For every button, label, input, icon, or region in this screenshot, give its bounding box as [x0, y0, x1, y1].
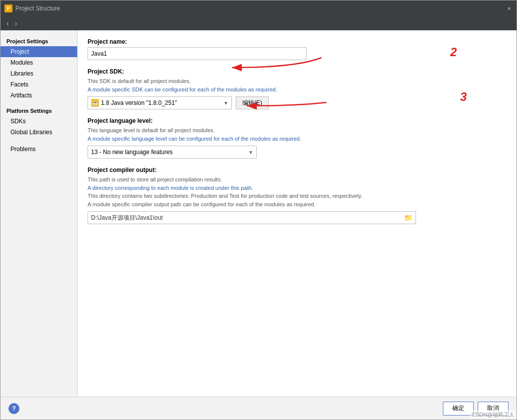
sidebar-item-artifacts[interactable]: Artifacts [0, 90, 77, 101]
title-bar-left: P Project Structure [4, 4, 60, 12]
chevron-down-icon: ▼ [223, 100, 228, 106]
sdk-row: ☕ 1.8 Java version "1.8.0_251" ▼ 编辑(E) [88, 96, 507, 109]
project-language-level-group: Project language level: This language le… [88, 117, 507, 159]
sidebar-item-sdks[interactable]: SDKs [0, 116, 77, 127]
project-compiler-output-label: Project compiler output: [88, 167, 507, 173]
sdk-dropdown[interactable]: ☕ 1.8 Java version "1.8.0_251" ▼ [88, 96, 232, 109]
project-language-level-label: Project language level: [88, 117, 507, 124]
help-button[interactable]: ? [8, 403, 19, 414]
close-button[interactable]: ✕ [506, 5, 513, 12]
project-structure-window: P Project Structure ✕ ‹ › Project Settin… [0, 0, 517, 420]
output-path-row: D:\Java开源项目\Java1\out 📁 [88, 211, 416, 224]
lang-chevron-icon: ▼ [248, 150, 253, 155]
project-compiler-output-group: Project compiler output: This path is us… [88, 167, 507, 224]
forward-button[interactable]: › [13, 18, 19, 28]
platform-settings-heading: Platform Settings [0, 105, 77, 116]
right-panel: Project name: Project SDK: This SDK is d… [78, 30, 517, 397]
window-title: Project Structure [15, 5, 60, 12]
watermark: CSDN@瑞羁工人 [470, 410, 517, 420]
edit-sdk-button[interactable]: 编辑(E) [236, 96, 269, 109]
bottom-left: ? [8, 403, 19, 414]
project-sdk-desc1: This SDK is default for all project modu… [88, 77, 507, 93]
sidebar-item-facets[interactable]: Facets [0, 79, 77, 90]
sidebar-item-libraries[interactable]: Libraries [0, 68, 77, 79]
project-name-group: Project name: [88, 38, 507, 60]
output-path-text: D:\Java开源项目\Java1\out [91, 214, 402, 222]
sidebar-item-project[interactable]: Project [0, 46, 77, 57]
folder-icon[interactable]: 📁 [404, 214, 413, 222]
sidebar: Project Settings Project Modules Librari… [0, 30, 78, 397]
sidebar-item-problems[interactable]: Problems [0, 144, 77, 155]
title-bar-controls: ✕ [506, 5, 513, 12]
sidebar-item-modules[interactable]: Modules [0, 57, 77, 68]
app-icon: P [4, 4, 12, 12]
main-content: Project Settings Project Modules Librari… [0, 30, 517, 397]
sidebar-item-global-libraries[interactable]: Global Libraries [0, 127, 77, 138]
back-button[interactable]: ‹ [4, 18, 11, 28]
language-level-dropdown[interactable]: 13 - No new language features ▼ [88, 146, 257, 159]
project-compiler-output-desc: This path is used to store all project c… [88, 175, 507, 208]
bottom-bar: ? 确定 取消 [0, 397, 517, 420]
project-name-input[interactable] [88, 47, 307, 60]
project-sdk-label: Project SDK: [88, 68, 507, 75]
nav-bar: ‹ › [0, 16, 517, 30]
project-language-level-desc1: This language level is default for all p… [88, 126, 507, 143]
project-sdk-group: Project SDK: This SDK is default for all… [88, 68, 507, 109]
project-settings-heading: Project Settings [0, 35, 77, 46]
project-name-label: Project name: [88, 38, 507, 45]
sdk-icon: ☕ [91, 99, 99, 107]
title-bar: P Project Structure ✕ [0, 0, 517, 16]
